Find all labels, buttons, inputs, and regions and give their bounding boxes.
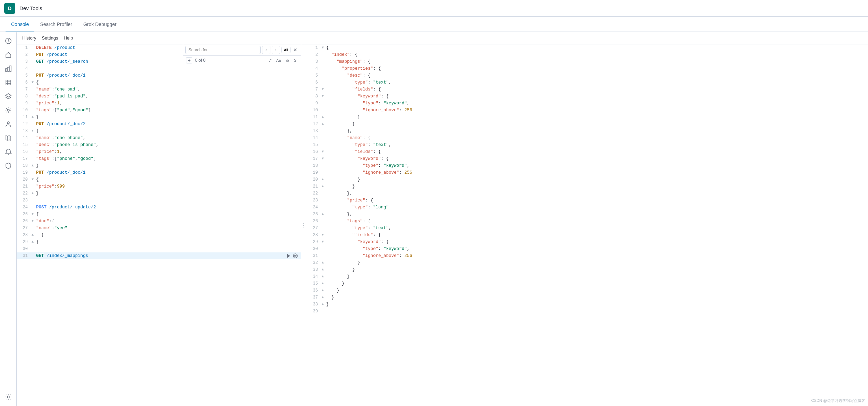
line-content: GET /index/_mappings xyxy=(35,252,286,259)
line-number: 36 xyxy=(305,287,321,294)
sidebar-icon-clock[interactable] xyxy=(2,35,15,47)
line-number: 35 xyxy=(305,280,321,287)
line-gutter[interactable]: ▲ xyxy=(321,301,325,308)
line-gutter[interactable]: ▲ xyxy=(321,280,325,287)
line-number: 13 xyxy=(305,128,321,135)
tab-search-profiler[interactable]: Search Profiler xyxy=(34,17,78,32)
sidebar-icon-map[interactable] xyxy=(2,132,15,144)
table-row: 11▲ } xyxy=(305,114,868,121)
line-content: PUT /product/_doc/1 xyxy=(35,72,301,79)
line-gutter[interactable]: ▼ xyxy=(31,211,35,218)
line-gutter[interactable]: ▲ xyxy=(31,239,35,245)
table-row: 30 "type": "keyword", xyxy=(305,245,868,252)
table-row: 4 xyxy=(17,65,301,72)
search-preserve-button[interactable]: S xyxy=(292,58,298,63)
line-gutter[interactable]: ▲ xyxy=(31,232,35,239)
line-content: "keyword": { xyxy=(325,155,868,162)
line-content: } xyxy=(325,183,868,190)
search-word-button[interactable]: \b xyxy=(284,58,290,63)
line-gutter[interactable]: ▼ xyxy=(31,176,35,183)
copy-button[interactable] xyxy=(293,253,298,259)
line-gutter[interactable]: ▲ xyxy=(321,273,325,280)
search-all-button[interactable]: All xyxy=(281,47,290,53)
line-gutter[interactable]: ▼ xyxy=(321,148,325,155)
line-gutter[interactable]: ▼ xyxy=(321,155,325,162)
line-content: "keyword": { xyxy=(325,93,868,100)
line-gutter[interactable]: ▲ xyxy=(321,294,325,301)
line-gutter[interactable]: ▼ xyxy=(321,93,325,100)
resize-handle[interactable]: ⋮ xyxy=(301,44,305,406)
history-button[interactable]: History xyxy=(22,35,36,41)
table-row: 31 "ignore_above": 256 xyxy=(305,252,868,259)
sidebar-icon-chart[interactable] xyxy=(2,62,15,75)
table-row: 29▲} xyxy=(17,239,301,245)
line-gutter[interactable]: ▼ xyxy=(321,239,325,245)
table-row: 24POST /product/_update/2 xyxy=(17,204,301,211)
line-actions xyxy=(286,253,301,259)
line-content: "ignore_above": 256 xyxy=(325,252,868,259)
line-content: "fields": { xyxy=(325,86,868,93)
line-number: 27 xyxy=(17,225,31,232)
table-row: 18 "type": "keyword", xyxy=(305,162,868,169)
sidebar-icon-bell[interactable] xyxy=(2,146,15,158)
line-number: 33 xyxy=(305,266,321,273)
table-row: 11▲} xyxy=(17,114,301,121)
line-gutter[interactable]: ▲ xyxy=(31,162,35,169)
line-gutter[interactable]: ▲ xyxy=(321,211,325,218)
table-row: 2 "index": { xyxy=(305,51,868,58)
tab-grok-debugger[interactable]: Grok Debugger xyxy=(78,17,122,32)
table-row: 17"tags":["phone","good"] xyxy=(17,155,301,162)
settings-button[interactable]: Settings xyxy=(42,35,58,41)
table-row: 7"name":"one pad", xyxy=(17,86,301,93)
line-gutter[interactable]: ▲ xyxy=(321,259,325,266)
sidebar-icon-home[interactable] xyxy=(2,49,15,61)
sidebar-icon-settings[interactable] xyxy=(2,391,15,403)
line-gutter[interactable]: ▲ xyxy=(321,121,325,128)
search-case-button[interactable]: Aa xyxy=(275,58,283,63)
table-row: 28▼ "fields": { xyxy=(305,232,868,239)
tab-console[interactable]: Console xyxy=(6,17,34,32)
line-number: 5 xyxy=(17,72,31,79)
table-row: 31GET /index/_mappings xyxy=(17,252,301,259)
table-row: 16"price":1, xyxy=(17,148,301,155)
svg-point-15 xyxy=(7,396,9,398)
table-row: 39 xyxy=(305,308,868,315)
search-prev-button[interactable]: ‹ xyxy=(262,46,270,54)
sidebar-icon-list[interactable] xyxy=(2,76,15,89)
table-row: 19 "ignore_above": 256 xyxy=(305,169,868,176)
line-gutter[interactable]: ▼ xyxy=(321,44,325,51)
line-gutter[interactable]: ▲ xyxy=(321,176,325,183)
search-close-button[interactable]: ✕ xyxy=(292,46,299,53)
search-input[interactable] xyxy=(185,46,261,54)
line-content: "desc":"phone is phone", xyxy=(35,141,301,148)
line-gutter[interactable]: ▼ xyxy=(321,232,325,239)
search-next-button[interactable]: › xyxy=(272,46,280,54)
line-gutter[interactable]: ▼ xyxy=(31,79,35,86)
sidebar-icon-gear[interactable] xyxy=(2,104,15,116)
left-editor[interactable]: 1DELETE /product2PUT /product3GET /produ… xyxy=(17,44,301,406)
search-add-button[interactable]: + xyxy=(186,57,192,63)
line-content: "type": "keyword", xyxy=(325,100,868,107)
help-button[interactable]: Help xyxy=(64,35,73,41)
line-number: 29 xyxy=(305,239,321,245)
sidebar-icon-person[interactable] xyxy=(2,118,15,130)
line-gutter[interactable]: ▲ xyxy=(31,114,35,121)
line-gutter[interactable]: ▼ xyxy=(321,86,325,93)
line-gutter[interactable]: ▼ xyxy=(31,218,35,225)
line-gutter[interactable]: ▲ xyxy=(321,183,325,190)
line-gutter[interactable]: ▲ xyxy=(321,266,325,273)
sidebar-icon-layers[interactable] xyxy=(2,90,15,103)
svg-rect-4 xyxy=(6,80,11,85)
table-row: 6▼{ xyxy=(17,79,301,86)
table-row: 24 "type": "long" xyxy=(305,204,868,211)
line-gutter[interactable]: ▲ xyxy=(321,287,325,294)
line-gutter[interactable]: ▲ xyxy=(321,114,325,121)
search-regex-button[interactable]: .* xyxy=(267,58,273,63)
content-area: History Settings Help ‹ › All ✕ xyxy=(17,32,868,406)
line-number: 28 xyxy=(17,232,31,239)
line-gutter[interactable]: ▲ xyxy=(31,190,35,197)
line-gutter[interactable]: ▼ xyxy=(31,128,35,135)
run-button[interactable] xyxy=(286,253,291,259)
line-number: 2 xyxy=(17,51,31,58)
sidebar-icon-shield[interactable] xyxy=(2,159,15,172)
